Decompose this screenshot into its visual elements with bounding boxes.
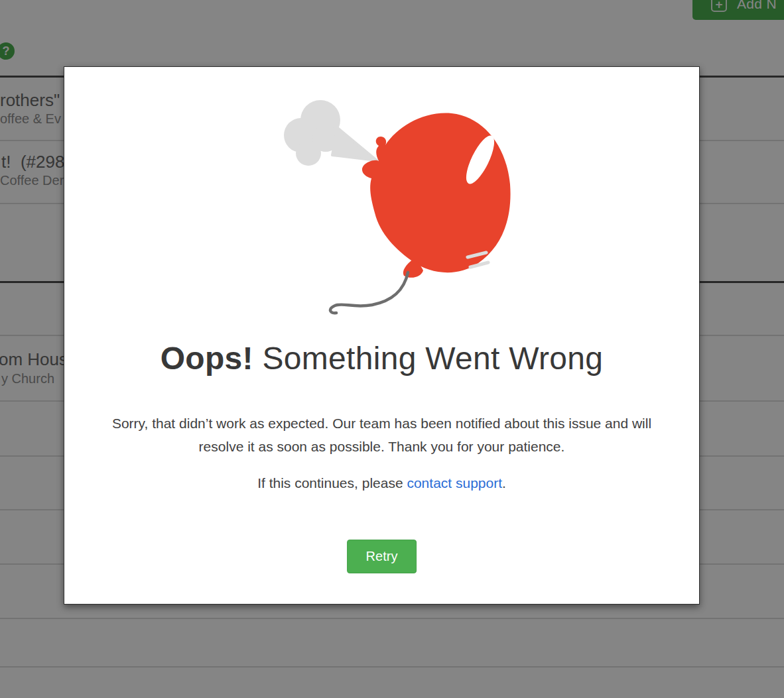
modal-title-rest: Something Went Wrong (253, 341, 603, 376)
modal-message: Sorry, that didn’t work as expected. Our… (94, 412, 669, 458)
error-modal: Oops! Something Went Wrong Sorry, that d… (64, 66, 700, 605)
support-text-prefix: If this continues, please (257, 475, 407, 491)
support-text-suffix: . (502, 475, 506, 491)
modal-support-line: If this continues, please contact suppor… (94, 475, 669, 491)
retry-button[interactable]: Retry (347, 540, 417, 573)
contact-support-link[interactable]: contact support (407, 475, 502, 491)
modal-title: Oops! Something Went Wrong (64, 340, 699, 377)
deflating-balloon-icon (279, 93, 515, 322)
modal-title-bold: Oops! (161, 341, 253, 376)
